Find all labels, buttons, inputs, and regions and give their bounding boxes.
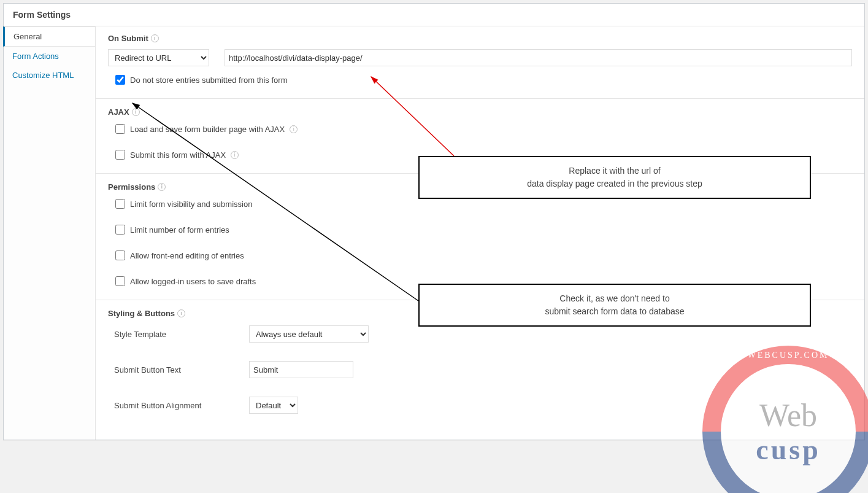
no-store-checkbox[interactable]	[115, 75, 125, 85]
style-template-select[interactable]: Always use default	[249, 325, 369, 343]
ajax-load-row: Load and save form builder page with AJA…	[115, 124, 852, 134]
limit-entries-checkbox[interactable]	[115, 225, 125, 235]
ajax-load-checkbox[interactable]	[115, 124, 125, 134]
tab-general[interactable]: General	[3, 26, 95, 47]
info-icon[interactable]: i	[151, 34, 159, 42]
on-submit-row: Redirect to URL	[108, 49, 852, 66]
on-submit-label: On Submit	[108, 34, 148, 43]
no-store-row: Do not store entries submitted from this…	[115, 75, 852, 85]
info-icon[interactable]: i	[290, 125, 298, 133]
save-drafts-checkbox[interactable]	[115, 276, 125, 286]
ajax-load-label: Load and save form builder page with AJA…	[130, 125, 285, 134]
submit-align-label: Submit Button Alignment	[114, 401, 249, 410]
settings-tabs: General Form Actions Customize HTML	[4, 26, 96, 440]
submit-align-select[interactable]: Default	[249, 397, 298, 414]
ajax-submit-checkbox[interactable]	[115, 150, 125, 160]
annotation-callout-url: Replace it with the url of data display …	[418, 156, 811, 199]
save-drafts-label: Allow logged-in users to save drafts	[130, 277, 256, 286]
tab-form-actions[interactable]: Form Actions	[4, 47, 95, 66]
submit-text-input[interactable]	[249, 361, 353, 378]
info-icon[interactable]: i	[177, 309, 185, 317]
frontend-edit-label: Allow front-end editing of entries	[130, 251, 244, 260]
section-on-submit: On Submit i	[108, 34, 852, 43]
limit-entries-row: Limit number of form entries	[115, 225, 852, 235]
style-template-row: Style Template Always use default	[114, 325, 852, 343]
ajax-label: AJAX	[108, 107, 129, 117]
limit-entries-label: Limit number of form entries	[130, 225, 229, 235]
annotation-callout-checkbox: Check it, as we don't need to submit sea…	[418, 284, 811, 327]
redirect-url-input[interactable]	[225, 49, 852, 66]
submit-text-label: Submit Button Text	[114, 365, 249, 375]
on-submit-select[interactable]: Redirect to URL	[108, 49, 209, 66]
ajax-submit-label: Submit this form with AJAX	[130, 150, 226, 160]
divider	[96, 98, 864, 99]
watermark-brand-bottom: cusp	[756, 433, 820, 466]
frontend-edit-row: Allow front-end editing of entries	[115, 250, 852, 260]
style-template-label: Style Template	[114, 330, 249, 339]
info-icon[interactable]: i	[158, 183, 166, 191]
info-icon[interactable]: i	[231, 151, 239, 159]
tab-customize-html[interactable]: Customize HTML	[4, 66, 95, 85]
limit-visibility-row: Limit form visibility and submission	[115, 199, 852, 209]
styling-label: Styling & Buttons	[108, 309, 175, 318]
no-store-label: Do not store entries submitted from this…	[130, 76, 287, 85]
limit-visibility-label: Limit form visibility and submission	[130, 200, 252, 209]
watermark-brand-top: Web	[759, 397, 817, 433]
section-ajax: AJAX i	[108, 107, 852, 117]
panel-title: Form Settings	[4, 4, 864, 26]
limit-visibility-checkbox[interactable]	[115, 199, 125, 209]
permissions-label: Permissions	[108, 182, 155, 192]
info-icon[interactable]: i	[132, 108, 140, 116]
frontend-edit-checkbox[interactable]	[115, 250, 125, 260]
